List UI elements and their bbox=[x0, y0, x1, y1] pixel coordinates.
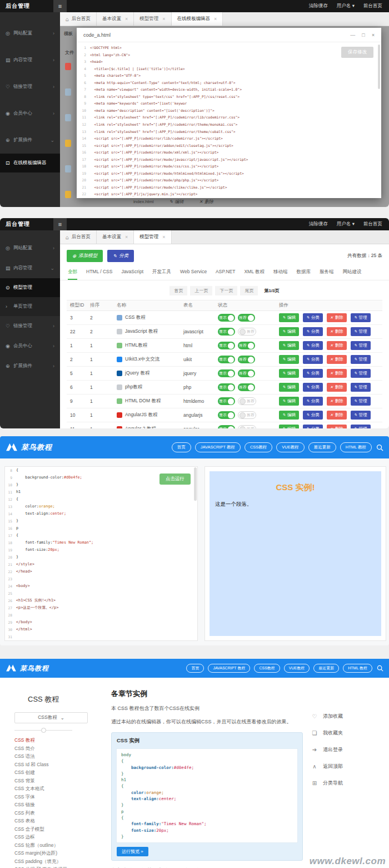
filter-tab[interactable]: 网站建设 bbox=[342, 269, 361, 280]
toggle-recommend[interactable]: 推荐 bbox=[238, 369, 255, 377]
action-manage-button[interactable]: ✎管理 bbox=[351, 397, 371, 406]
editor-code-area[interactable]: 8{9 background-color:#d0e4fe;10}11h112{1… bbox=[5, 467, 197, 640]
action-classify-button[interactable]: ✎分类 bbox=[303, 397, 323, 406]
action-classify-button[interactable]: ✎分类 bbox=[303, 313, 323, 322]
action-edit-button[interactable]: ✎编辑 bbox=[279, 341, 299, 350]
save-changes-button[interactable]: 保存修改 bbox=[341, 47, 373, 58]
edit-file-button[interactable]: ✎编辑 bbox=[169, 199, 183, 205]
chapter-menu-item[interactable]: CSS 语法 bbox=[14, 752, 107, 761]
site-logo[interactable]: 菜鸟教程 bbox=[6, 664, 49, 673]
menu-toggle-icon[interactable]: ≡ bbox=[53, 0, 67, 12]
action-delete-button[interactable]: ✕删除 bbox=[327, 327, 347, 336]
front-home-link[interactable]: 前台首页 bbox=[363, 221, 382, 228]
filter-tab[interactable]: HTML / CSS bbox=[86, 269, 112, 280]
filter-tab[interactable]: XML 教程 bbox=[244, 269, 265, 280]
search-icon[interactable] bbox=[377, 665, 383, 672]
action-delete-button[interactable]: ✕删除 bbox=[327, 411, 347, 420]
nav-item[interactable]: VUE教程 bbox=[276, 442, 304, 452]
toggle-show[interactable]: 显示 bbox=[218, 369, 235, 377]
sidebar-item[interactable]: ▤内容管理⌄ bbox=[0, 258, 60, 278]
action-classify-button[interactable]: ✎分类 bbox=[303, 411, 323, 420]
nav-item[interactable]: 首页 bbox=[172, 442, 191, 452]
action-manage-button[interactable]: ✎管理 bbox=[351, 341, 371, 350]
user-menu[interactable]: 用户名 ▾ bbox=[337, 3, 355, 9]
action-delete-button[interactable]: ✕删除 bbox=[327, 397, 347, 406]
nav-item[interactable]: CSS教程 bbox=[254, 664, 280, 673]
nav-item[interactable]: HTML 教程 bbox=[343, 664, 372, 673]
action-edit-button[interactable]: ✎编辑 bbox=[279, 397, 299, 406]
filter-tab[interactable]: 移动端 bbox=[273, 269, 288, 280]
tab-close-icon[interactable]: × bbox=[214, 16, 217, 22]
slider-knob[interactable] bbox=[41, 728, 46, 733]
action-manage-button[interactable]: ✎管理 bbox=[351, 327, 371, 336]
run-preview-button[interactable]: 运行预览 » bbox=[117, 847, 148, 856]
filter-tab[interactable]: Web Service bbox=[180, 269, 207, 280]
toggle-show[interactable]: 显示 bbox=[218, 342, 235, 349]
sidebar-item[interactable]: ▤内容管理› bbox=[0, 47, 60, 73]
chapter-menu-item[interactable]: CSS Id 和 Class bbox=[14, 761, 107, 769]
chapter-menu-item[interactable]: CSS 教程 bbox=[14, 736, 107, 744]
toggle-show[interactable]: 显示 bbox=[218, 314, 235, 322]
modal-scrollbar[interactable] bbox=[378, 45, 380, 89]
tab-close-icon[interactable]: × bbox=[125, 16, 128, 22]
front-home-link[interactable]: 前台首页 bbox=[363, 3, 382, 9]
action-delete-button[interactable]: ✕删除 bbox=[327, 313, 347, 322]
editor-scrollbar[interactable] bbox=[194, 467, 197, 501]
filter-tab[interactable]: 开发工具 bbox=[152, 269, 171, 280]
action-delete-button[interactable]: ✕删除 bbox=[327, 341, 347, 350]
filter-tab[interactable]: 服务端 bbox=[320, 269, 334, 280]
chapter-menu-item[interactable]: CSS 列表 bbox=[14, 809, 107, 817]
action-classify-button[interactable]: ✎分类 bbox=[303, 341, 323, 350]
toggle-recommend[interactable]: 推荐 bbox=[238, 411, 256, 419]
toggle-recommend[interactable]: 推荐 bbox=[238, 397, 256, 405]
tab-后台首页[interactable]: ⌂后台首页 bbox=[60, 230, 97, 244]
close-icon[interactable]: × bbox=[372, 32, 375, 38]
action-edit-button[interactable]: ✎编辑 bbox=[279, 327, 299, 336]
nav-item[interactable]: JAVASCRIPT 教程 bbox=[195, 442, 241, 452]
sidebar-item[interactable]: ⊙模型管理 bbox=[0, 278, 60, 297]
nav-item[interactable]: 首页 bbox=[186, 664, 204, 673]
chapter-menu-item[interactable]: CSS 轮廓（outline） bbox=[14, 841, 107, 850]
sidebar-item[interactable]: ◉会员中心› bbox=[0, 336, 60, 356]
site-logo[interactable]: 菜鸟教程 bbox=[6, 442, 52, 452]
action-manage-button[interactable]: ✎管理 bbox=[351, 411, 371, 420]
chapter-menu-item[interactable]: CSS 简介 bbox=[14, 744, 107, 753]
filter-tab[interactable]: 全部 bbox=[68, 269, 77, 280]
toggle-recommend[interactable]: 推荐 bbox=[238, 425, 256, 428]
tab-close-icon[interactable]: × bbox=[162, 234, 165, 240]
chapter-menu-item[interactable]: CSS margin(外边距) bbox=[14, 849, 107, 857]
menu-toggle-icon[interactable]: ≡ bbox=[53, 218, 67, 230]
add-model-button[interactable]: ⊕添加模型 bbox=[67, 250, 103, 262]
action-classify-button[interactable]: ✎分类 bbox=[303, 369, 323, 378]
tab-后台首页[interactable]: ⌂后台首页 bbox=[60, 12, 97, 26]
toggle-recommend[interactable]: 推荐 bbox=[238, 356, 255, 363]
action-edit-button[interactable]: ✎编辑 bbox=[279, 383, 299, 392]
tab-close-icon[interactable]: × bbox=[125, 234, 128, 240]
sidebar-item[interactable]: ◎网站配置› bbox=[0, 238, 60, 258]
user-menu[interactable]: 用户名 ▾ bbox=[337, 221, 355, 228]
delete-file-button[interactable]: ✕删除 bbox=[199, 199, 213, 205]
toggle-show[interactable]: 显示 bbox=[218, 425, 235, 428]
maximize-icon[interactable]: □ bbox=[362, 32, 365, 38]
chapter-menu-item[interactable]: CSS 分组 和 嵌套 选择器 bbox=[14, 865, 107, 868]
toggle-show[interactable]: 显示 bbox=[218, 397, 235, 405]
sidebar-item[interactable]: ◉会员中心› bbox=[0, 100, 60, 127]
filter-tab[interactable]: ASP.NET bbox=[216, 269, 235, 280]
category-nav-link[interactable]: ⊞分类导航 bbox=[311, 775, 385, 791]
action-manage-button[interactable]: ✎管理 bbox=[351, 425, 371, 428]
action-edit-button[interactable]: ✎编辑 bbox=[279, 369, 299, 378]
nav-item[interactable]: HTML 教程 bbox=[340, 442, 372, 452]
sidebar-item[interactable]: ⊡在线模板编辑器 bbox=[0, 154, 60, 172]
nav-item[interactable]: JAVASCRIPT 教程 bbox=[208, 664, 250, 673]
action-edit-button[interactable]: ✎编辑 bbox=[279, 313, 299, 322]
action-manage-button[interactable]: ✎管理 bbox=[351, 383, 371, 392]
toggle-recommend[interactable]: 推荐 bbox=[238, 328, 256, 336]
action-manage-button[interactable]: ✎管理 bbox=[351, 369, 371, 378]
minimize-icon[interactable]: — bbox=[350, 32, 355, 38]
toggle-recommend[interactable]: 推荐 bbox=[238, 314, 255, 322]
toggle-show[interactable]: 显示 bbox=[218, 328, 235, 336]
chapter-menu-item[interactable]: CSS 创建 bbox=[14, 768, 107, 777]
tab-基本设置[interactable]: 基本设置× bbox=[97, 12, 134, 26]
back-to-top-link[interactable]: ∧返回顶部 bbox=[311, 758, 385, 775]
action-edit-button[interactable]: ✎编辑 bbox=[279, 411, 299, 420]
